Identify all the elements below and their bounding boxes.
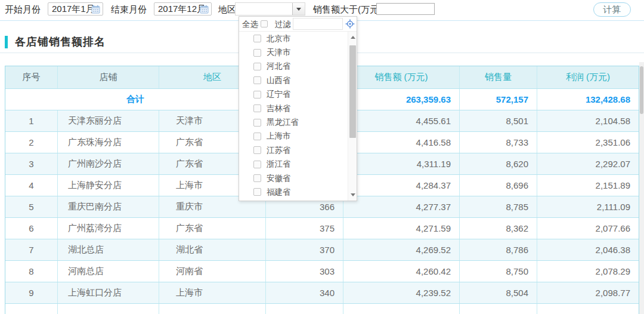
cell-region: 河南省 — [159, 261, 265, 282]
locate-icon[interactable] — [345, 19, 355, 29]
table-row: 9上海虹口分店上海市3404,239.528,5042,098.77 — [5, 282, 639, 303]
cell-region: 广东省 — [159, 218, 265, 239]
start-month-input[interactable]: 2017年1月 — [48, 2, 103, 16]
cell-no: 3 — [5, 153, 57, 174]
scroll-down-button[interactable] — [348, 190, 357, 199]
column-header: 序号 — [5, 66, 57, 88]
region-option[interactable]: 天津市 — [239, 45, 348, 59]
cell-store: 广州南沙分店 — [57, 153, 159, 174]
end-month-value: 2017年12月 — [158, 4, 206, 15]
filter-label: 过滤 — [275, 19, 291, 30]
checkbox-icon[interactable] — [253, 63, 261, 70]
cell-sales: 4,277.37 — [343, 196, 459, 217]
column-header: 销售量 — [459, 66, 537, 88]
region-option-label: 北京市 — [267, 33, 291, 44]
start-month-label: 开始月份 — [5, 4, 41, 16]
select-all-checkbox[interactable] — [261, 20, 268, 27]
cell-no: 1 — [5, 110, 57, 131]
cell-profit: 2,151.89 — [537, 175, 639, 196]
checkbox-icon[interactable] — [253, 133, 261, 140]
select-all-label: 全选 — [242, 19, 258, 30]
cell-no: 2 — [5, 132, 57, 153]
checkbox-icon[interactable] — [253, 35, 261, 42]
region-option[interactable]: 山西省 — [239, 73, 348, 87]
region-option[interactable]: 安徽省 — [239, 171, 348, 185]
cell-region: 上海市 — [159, 282, 265, 303]
region-option[interactable]: 上海市 — [239, 130, 348, 143]
region-option-list: 北京市天津市河北省山西省辽宁省吉林省黑龙江省上海市江苏省浙江省安徽省福建省江西省 — [239, 32, 348, 201]
scroll-up-button[interactable] — [348, 33, 357, 42]
region-option[interactable]: 福建省 — [239, 185, 348, 199]
cell-volume: 8,620 — [459, 153, 537, 174]
cell-sales: 4,416.58 — [343, 132, 459, 153]
total-sales-cell: 263,359.63 — [343, 89, 459, 110]
calculate-button[interactable]: 计算 — [593, 2, 631, 17]
column-header: 利润 (万元) — [537, 66, 639, 88]
cell-store: 广东珠海分店 — [57, 132, 159, 153]
checkbox-icon[interactable] — [253, 188, 261, 196]
cell-profit: 2,098.77 — [537, 282, 639, 303]
end-month-input[interactable]: 2017年12月 — [154, 2, 212, 16]
cell-volume: 8,750 — [459, 261, 537, 282]
caret-down-icon — [296, 8, 301, 11]
checkbox-icon[interactable] — [253, 104, 261, 112]
region-option[interactable]: 河北省 — [239, 60, 348, 73]
calendar-icon[interactable] — [200, 5, 209, 14]
cell-store: 广州荔湾分店 — [57, 218, 159, 239]
region-option-label: 吉林省 — [267, 103, 291, 114]
checkbox-icon[interactable] — [253, 161, 261, 168]
cell-col4: 375 — [265, 218, 343, 239]
region-option[interactable]: 辽宁省 — [239, 88, 348, 101]
cell-no: 8 — [5, 261, 57, 282]
cell-empty — [343, 304, 459, 314]
cell-store: 上海静安分店 — [57, 175, 159, 196]
dropdown-scrollbar — [348, 32, 357, 201]
cell-profit: 2,104.58 — [537, 110, 639, 131]
cell-volume: 8,362 — [459, 218, 537, 239]
checkbox-icon[interactable] — [253, 119, 261, 127]
cell-col4: 303 — [265, 261, 343, 282]
cell-no: 5 — [5, 196, 57, 217]
region-option[interactable]: 江苏省 — [239, 143, 348, 157]
cell-empty — [537, 304, 639, 314]
cell-profit: 2,078.29 — [537, 261, 639, 282]
start-month-value: 2017年1月 — [52, 4, 95, 15]
triangle-up-icon — [351, 36, 355, 39]
cell-empty — [57, 304, 159, 314]
region-option[interactable]: 江西省 — [239, 199, 348, 201]
cell-sales: 4,455.61 — [343, 110, 459, 131]
window-scrollbar-thumb[interactable] — [640, 66, 643, 114]
filter-input[interactable] — [293, 18, 343, 30]
region-dropdown-panel: 全选 过滤 北京市天津市河北省山西省辽宁省吉林省黑龙江省上海市江苏省浙江省安徽省… — [239, 16, 357, 201]
checkbox-icon[interactable] — [253, 76, 261, 84]
region-option[interactable]: 浙江省 — [239, 158, 348, 171]
calendar-icon[interactable] — [91, 5, 100, 14]
region-option-label: 上海市 — [267, 131, 291, 141]
cell-store: 河南总店 — [57, 261, 159, 282]
cell-col4: 370 — [265, 239, 343, 260]
cell-store: 上海虹口分店 — [57, 282, 159, 303]
checkbox-icon[interactable] — [253, 49, 261, 57]
sales-threshold-input[interactable] — [376, 3, 435, 15]
region-option[interactable]: 黑龙江省 — [239, 115, 348, 129]
dropdown-scrollbar-thumb[interactable] — [349, 45, 356, 138]
sales-threshold-label: 销售额大于(万元): — [313, 4, 384, 16]
total-label-cell: 合计 — [5, 89, 265, 110]
cell-profit: 2,046.38 — [537, 239, 639, 260]
checkbox-icon[interactable] — [253, 174, 261, 182]
region-select-arrow-button[interactable] — [292, 3, 305, 15]
checkbox-icon[interactable] — [253, 91, 261, 98]
region-option[interactable]: 北京市 — [239, 32, 348, 45]
checkbox-icon[interactable] — [253, 146, 261, 154]
cell-volume: 8,504 — [459, 282, 537, 303]
cell-no: 7 — [5, 239, 57, 260]
cell-empty — [159, 304, 265, 314]
cell-sales: 4,269.52 — [343, 239, 459, 260]
cell-empty — [265, 304, 343, 314]
triangle-down-icon — [351, 193, 355, 196]
region-select-value[interactable] — [236, 3, 292, 15]
region-label: 地区 — [218, 4, 236, 16]
region-select[interactable] — [235, 2, 305, 16]
region-option-label: 浙江省 — [267, 159, 291, 170]
region-option[interactable]: 吉林省 — [239, 101, 348, 115]
